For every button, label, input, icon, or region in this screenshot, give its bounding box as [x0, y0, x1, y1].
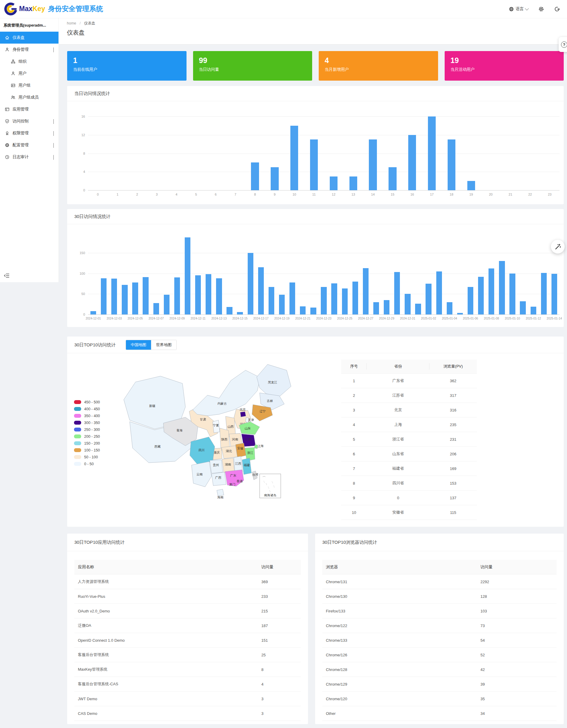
table-cell: 3	[341, 403, 367, 417]
legend-item[interactable]: 100 - 150	[74, 447, 100, 454]
panel-daily-visits: 当日访问情况统计 0481216012345678910111213141516…	[67, 86, 564, 204]
sidebar-item-身份管理[interactable]: 身份管理	[0, 44, 59, 56]
province-label-福建: 福建	[244, 463, 250, 467]
bar-2024-12-29	[384, 300, 389, 314]
legend-item[interactable]: 400 - 450	[74, 406, 100, 412]
settings-button[interactable]	[538, 6, 544, 12]
help-button[interactable]: ?	[559, 37, 567, 52]
column-header: 访问量	[477, 560, 557, 575]
logout-button[interactable]	[554, 6, 560, 12]
legend-item[interactable]: 50 - 100	[74, 454, 100, 460]
x-axis-tick-label: 10	[292, 193, 296, 196]
x-axis-tick-label: 6	[215, 193, 217, 196]
x-axis-tick-label: 13	[351, 193, 355, 196]
header-actions: 语言	[509, 0, 560, 18]
sidebar-item-权限管理[interactable]: 权限管理	[0, 127, 59, 139]
table-cell: 5	[341, 432, 367, 447]
bar-2024-12-23	[321, 287, 326, 314]
bar-19	[467, 181, 475, 190]
magic-wand-button[interactable]	[551, 240, 565, 254]
panel-top10-map: 30日TOP10访问统计 中国地图 世界地图 450 - 500400 - 45…	[67, 337, 564, 527]
plot-area	[88, 116, 560, 190]
chevron-up-icon	[53, 47, 54, 52]
legend-item[interactable]: 300 - 350	[74, 419, 100, 426]
x-axis-tick-label: 2024-12-11	[191, 317, 205, 320]
x-axis-labels: 01234567891011121314151617181920212223	[88, 193, 560, 197]
breadcrumb-home-link[interactable]: home	[67, 21, 76, 25]
table-cell: 广东省	[367, 374, 429, 388]
x-axis-tick-label: 2	[136, 193, 138, 196]
province-label-贵州: 贵州	[213, 463, 219, 467]
table-cell: 169	[429, 461, 477, 476]
south-china-sea-inset: 南海诸岛	[260, 474, 281, 498]
tab-china-map[interactable]: 中国地图	[126, 340, 151, 350]
gridline	[88, 314, 560, 315]
sidebar-item-用户组[interactable]: 用户组	[0, 79, 59, 91]
sidebar-item-配置管理[interactable]: 配置管理	[0, 139, 59, 151]
sidebar-item-日志审计[interactable]: 日志审计	[0, 151, 59, 163]
x-axis-tick-label: 2024-12-01	[86, 317, 101, 320]
magic-wand-icon	[554, 243, 561, 250]
table-row: 人力资源管理系统369	[74, 575, 301, 589]
table-cell: 206	[429, 447, 477, 461]
gridline	[88, 253, 560, 253]
legend-label: 150 - 200	[84, 441, 100, 446]
table-cell: 客服后台管理系统	[74, 648, 258, 662]
panel-title: 30日访问情况统计	[74, 214, 111, 219]
sidebar-item-组织[interactable]: 组织	[0, 56, 59, 67]
menu-fold-icon[interactable]	[4, 273, 10, 279]
gridline	[88, 153, 560, 154]
app-visits-table: 应用名称访问量人力资源管理系统369RuoYi-Vue-Plus233OAuth…	[74, 560, 301, 721]
legend-item[interactable]: 450 - 500	[74, 399, 100, 406]
sidebar-item-仪表盘[interactable]: 仪表盘	[0, 32, 59, 44]
legend-item[interactable]: 250 - 300	[74, 426, 100, 433]
table-cell: 316	[429, 403, 477, 417]
province-label-新疆: 新疆	[149, 404, 156, 408]
table-cell: 128	[477, 589, 557, 604]
brand: MaxKey身份安全管理系统	[19, 4, 103, 13]
stat-value: 19	[451, 56, 558, 65]
panel-top10-apps: 30日TOP10应用访问统计 应用名称访问量人力资源管理系统369RuoYi-V…	[67, 534, 308, 724]
panel-top10-browsers: 30日TOP10浏览器访问统计 浏览器访问量Chrome/1312292Chro…	[315, 534, 564, 724]
sidebar-item-用户[interactable]: 用户	[0, 67, 59, 79]
column-header: 省份	[367, 360, 429, 374]
gridline	[88, 116, 560, 117]
table-cell: Firefox/133	[322, 604, 477, 618]
sidebar-item-应用管理[interactable]: 应用管理	[0, 103, 59, 115]
table-cell: 231	[429, 432, 477, 447]
legend-swatch	[74, 455, 81, 459]
bar-10	[290, 126, 298, 190]
legend-item[interactable]: 350 - 400	[74, 412, 100, 419]
bar-2024-12-11	[195, 275, 201, 314]
sidebar-item-用户组成员[interactable]: 用户组成员	[0, 91, 59, 103]
table-row: 7福建省169	[341, 461, 477, 476]
gear-icon	[5, 143, 10, 148]
table-cell: Chrome/129	[322, 677, 477, 692]
bar-2024-12-17	[258, 267, 264, 314]
bar-2025-01-05	[457, 313, 463, 315]
stat-card-当日访问量: 99当日访问量	[193, 51, 312, 81]
bar-2024-12-07	[153, 303, 159, 315]
x-axis-tick-label: 2025-01-14	[547, 317, 562, 320]
province-label-香港: 香港	[237, 480, 243, 483]
brand-key: Key	[33, 5, 45, 13]
language-menu[interactable]: 语言	[509, 6, 528, 12]
panel-title: 30日TOP10访问统计	[74, 342, 116, 348]
province-label-天津: 天津	[248, 418, 254, 422]
chevron-down-icon	[53, 143, 54, 148]
province-label-西藏: 西藏	[155, 445, 161, 448]
sidebar-item-访问控制[interactable]: 访问控制	[0, 115, 59, 127]
bar-2024-12-25	[342, 288, 348, 314]
table-cell: 人力资源管理系统	[74, 575, 258, 589]
stat-card-当前在线用户: 1当前在线用户	[67, 51, 187, 81]
legend-item[interactable]: 200 - 250	[74, 433, 100, 440]
sidebar-item-label: 用户组成员	[19, 95, 39, 100]
legend-item[interactable]: 150 - 200	[74, 440, 100, 447]
x-axis-tick-label: 9	[274, 193, 276, 196]
tab-world-map[interactable]: 世界地图	[151, 340, 176, 350]
legend-item[interactable]: 0 - 50	[74, 460, 100, 467]
column-header: 应用名称	[74, 560, 258, 575]
inset-label: 南海诸岛	[264, 494, 277, 497]
panel-title: 30日TOP10浏览器访问统计	[322, 540, 377, 545]
table-cell: JWT Demo	[74, 692, 258, 706]
